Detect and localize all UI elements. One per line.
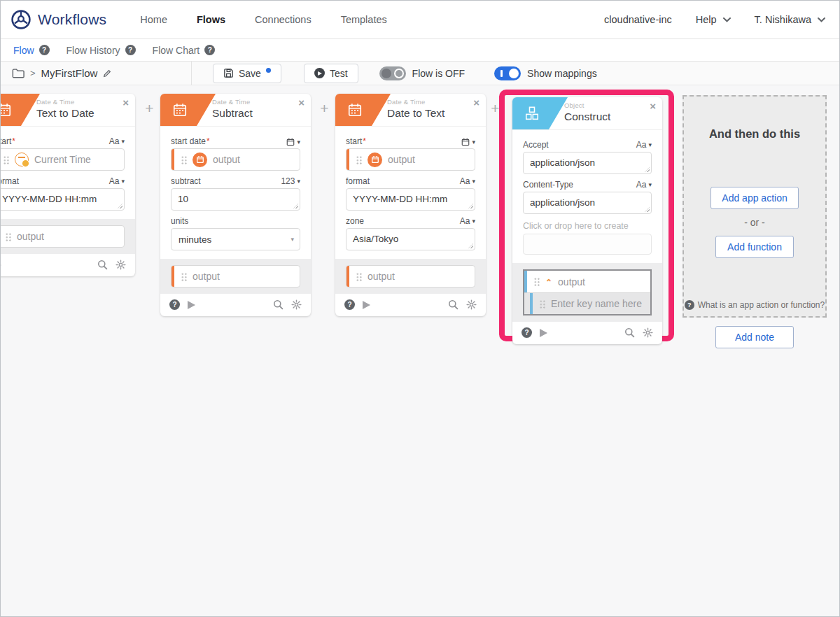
help-menu[interactable]: Help <box>696 14 731 25</box>
step-output-section: output <box>1 219 135 254</box>
run-step-icon[interactable] <box>540 329 547 337</box>
field-type-selector[interactable]: Aa <box>109 176 125 186</box>
add-function-button[interactable]: Add function <box>715 236 794 258</box>
field-type-selector[interactable]: Aa <box>460 176 475 186</box>
tab-flow-history[interactable]: Flow History <box>66 45 136 56</box>
output-pill[interactable]: output <box>346 265 475 288</box>
drag-handle[interactable] <box>356 155 362 164</box>
edit-pencil-icon[interactable] <box>103 69 111 78</box>
drag-handle[interactable] <box>3 155 9 164</box>
close-icon[interactable] <box>650 100 656 112</box>
flow-toggle-label: Flow is OFF <box>412 68 465 79</box>
output-key-input[interactable]: Enter key name here <box>524 292 650 314</box>
help-icon[interactable] <box>204 45 215 55</box>
add-app-action-button[interactable]: Add app action <box>710 187 798 209</box>
field-type-selector[interactable]: Aa <box>460 216 475 226</box>
run-step-icon[interactable] <box>363 301 370 309</box>
calendar-icon <box>347 102 363 118</box>
drag-handle[interactable] <box>533 277 540 286</box>
format-input[interactable]: YYYY-MM-DD HH:mm <box>346 188 475 211</box>
run-step-icon[interactable] <box>1 261 1 269</box>
drag-handle[interactable] <box>181 272 187 281</box>
app-logo[interactable]: Workflows <box>10 9 106 30</box>
flow-name: MyFirstFlow <box>41 67 98 79</box>
field-type-selector[interactable]: Aa <box>636 180 652 190</box>
search-icon[interactable] <box>448 299 458 310</box>
play-circle-icon <box>314 68 325 78</box>
drag-handle[interactable] <box>356 272 362 281</box>
test-button[interactable]: Test <box>304 64 358 83</box>
add-note-button[interactable]: Add note <box>715 326 794 348</box>
calendar-output-icon <box>368 153 382 167</box>
search-icon[interactable] <box>97 260 108 270</box>
field-type-selector[interactable]: Aa <box>109 136 125 146</box>
close-icon[interactable] <box>122 97 129 108</box>
content-type-input[interactable]: application/json <box>523 192 652 214</box>
help-icon[interactable] <box>522 327 532 338</box>
help-icon[interactable] <box>169 299 180 310</box>
field-type-selector[interactable]: 123 <box>281 176 300 186</box>
nav-item-home[interactable]: Home <box>140 14 167 25</box>
step-category: Date & Time <box>387 98 444 106</box>
step-name: Construct <box>564 111 610 123</box>
search-icon[interactable] <box>624 327 635 338</box>
help-icon[interactable] <box>125 45 136 55</box>
output-pill[interactable]: ⌃ output <box>524 271 650 292</box>
subtract-input[interactable]: 10 <box>171 188 300 211</box>
field-type-selector[interactable]: Aa <box>636 140 652 150</box>
mappings-toggle-label: Show mappings <box>527 68 597 79</box>
mapped-value-pill[interactable]: Current Time <box>1 148 125 171</box>
nav-item-flows[interactable]: Flows <box>197 14 225 25</box>
next-step-panel: And then do this Add app action - or - A… <box>682 95 827 318</box>
folder-icon[interactable] <box>12 68 24 78</box>
tab-flow-chart[interactable]: Flow Chart <box>153 45 216 56</box>
zone-input[interactable]: Asia/Tokyo <box>346 228 475 250</box>
output-pill[interactable]: output <box>1 225 125 248</box>
help-icon[interactable] <box>344 299 355 310</box>
chevron-up-icon[interactable]: ⌃ <box>545 278 552 288</box>
calendar-type-icon <box>461 138 470 146</box>
gear-icon[interactable] <box>643 327 653 338</box>
nav-item-templates[interactable]: Templates <box>341 14 387 25</box>
help-icon[interactable] <box>39 45 50 55</box>
workflows-logo-icon <box>10 9 31 30</box>
output-pill[interactable]: output <box>171 265 300 288</box>
flow-onoff-toggle[interactable] <box>379 66 406 80</box>
calendar-icon <box>1 102 12 118</box>
units-select[interactable]: minutes ▾ <box>171 228 300 250</box>
nav-item-connections[interactable]: Connections <box>255 14 312 25</box>
date-type-selector[interactable] <box>461 138 475 146</box>
drop-zone[interactable] <box>523 234 652 255</box>
step-name: Subtract <box>212 107 253 120</box>
flow-tabbar: Flow Flow History Flow Chart <box>1 39 839 62</box>
app-window: Workflows Home Flows Connections Templat… <box>0 0 840 617</box>
date-type-selector[interactable] <box>286 138 300 146</box>
close-icon[interactable] <box>473 97 479 108</box>
add-step-button[interactable]: + <box>144 103 155 115</box>
search-icon[interactable] <box>273 299 284 310</box>
close-icon[interactable] <box>298 97 304 108</box>
drag-handle[interactable] <box>181 155 187 164</box>
drag-handle[interactable] <box>539 299 545 308</box>
chevron-down-icon: ▾ <box>290 236 294 243</box>
run-step-icon[interactable] <box>188 301 195 309</box>
gear-icon[interactable] <box>291 299 302 310</box>
mapped-value-pill[interactable]: output <box>346 148 475 171</box>
app-title: Workflows <box>38 11 106 28</box>
step-output-section: output <box>335 259 486 294</box>
tab-flow[interactable]: Flow <box>13 45 50 56</box>
user-menu[interactable]: T. Nishikawa <box>755 14 825 25</box>
mapped-value-pill[interactable]: output <box>171 148 300 171</box>
chevron-down-icon <box>723 17 731 22</box>
accept-input[interactable]: application/json <box>523 152 652 174</box>
gear-icon[interactable] <box>466 299 477 310</box>
drag-handle[interactable] <box>5 232 11 241</box>
save-button[interactable]: Save <box>213 64 281 83</box>
gear-icon[interactable] <box>115 260 126 270</box>
top-navbar: Workflows Home Flows Connections Templat… <box>1 1 839 39</box>
help-icon[interactable] <box>685 300 694 310</box>
format-input[interactable]: YYYY-MM-DD HH:mm <box>1 188 125 211</box>
step-category: Object <box>564 101 610 109</box>
add-step-button[interactable]: + <box>318 103 330 115</box>
show-mappings-toggle[interactable] <box>494 66 521 80</box>
